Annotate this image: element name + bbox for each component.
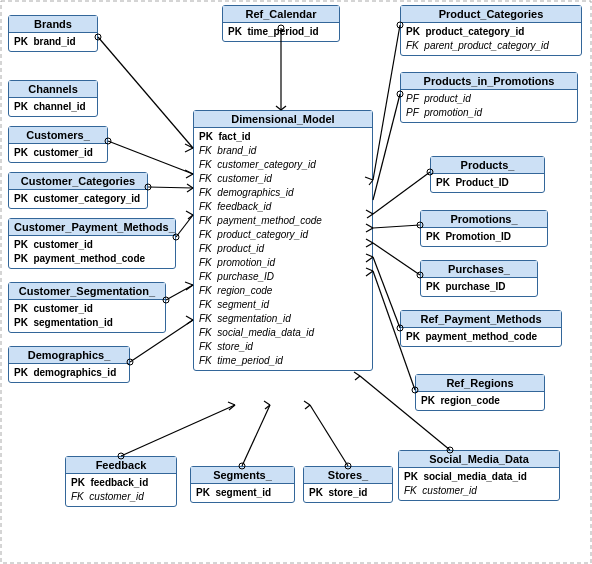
entity-social-media-data: Social_Media_Data PK social_media_data_i… [398,450,560,501]
entity-purchases-body: PK purchase_ID [421,278,537,296]
field: PK customer_id [14,238,170,252]
svg-line-0 [98,37,193,148]
erd-diagram: Brands PK brand_id Ref_Calendar PK time_… [0,0,592,564]
entity-channels-body: PK channel_id [9,98,97,116]
svg-line-8 [373,25,400,180]
field: FK region_code [199,284,367,298]
field: FK product_category_id [199,228,367,242]
entity-ref-calendar-body: PK time_period_id [223,23,339,41]
entity-customers-title: Customers_ [9,127,107,144]
entity-ref-payment-methods-title: Ref_Payment_Methods [401,311,561,328]
svg-line-69 [355,376,360,380]
field: PK Product_ID [436,176,539,190]
field: PK region_code [421,394,539,408]
svg-line-24 [166,285,193,300]
field: PK time_period_id [228,25,334,39]
entity-dimensional-model: Dimensional_Model PK fact_id FK brand_id… [193,110,373,371]
entity-segments-body: PK segment_id [191,484,294,502]
entity-product-categories-body: PK product_category_id FK parent_product… [401,23,581,55]
entity-ref-payment-methods: Ref_Payment_Methods PK payment_method_co… [400,310,562,347]
entity-feedback-title: Feedback [66,457,176,474]
entity-brands: Brands PK brand_id [8,15,98,52]
entity-customer-segmentation-body: PK customer_id PK segmentation_id [9,300,165,332]
entity-products-body: PK Product_ID [431,174,544,192]
entity-product-categories: Product_Categories PK product_category_i… [400,5,582,56]
svg-line-15 [186,174,193,178]
entity-demographics-title: Demographics_ [9,347,129,364]
field: PK social_media_data_id [404,470,554,484]
field: PK segment_id [196,486,289,500]
entity-demographics: Demographics_ PK demographics_id [8,346,130,383]
svg-line-34 [373,172,430,214]
field: FK customer_id [199,172,367,186]
entity-products-in-promotions-title: Products_in_Promotions [401,73,577,90]
entity-ref-calendar-title: Ref_Calendar [223,6,339,23]
svg-line-60 [264,401,270,405]
entity-products-in-promotions-body: PF product_id PF promotion_id [401,90,577,122]
entity-customers-body: PK customer_id [9,144,107,162]
svg-line-57 [229,405,235,410]
entity-feedback-body: PK feedback_id FK customer_id [66,474,176,506]
entity-segments: Segments_ PK segment_id [190,466,295,503]
entity-channels: Channels PK channel_id [8,80,98,117]
field: PK Promotion_ID [426,230,542,244]
entity-dimensional-model-title: Dimensional_Model [194,111,372,128]
entity-customer-categories: Customer_Categories PK customer_category… [8,172,148,209]
entity-brands-body: PK brand_id [9,33,97,51]
field: PF product_id [406,92,572,106]
svg-line-64 [304,401,310,405]
field: FK purchase_ID [199,270,367,284]
entity-customer-payment-methods-title: Customer_Payment_Methods_ [9,219,175,236]
entity-social-media-data-title: Social_Media_Data [399,451,559,468]
svg-line-65 [305,405,310,409]
field: PK customer_id [14,302,160,316]
entity-stores: Stores_ PK store_id [303,466,393,503]
field: FK customer_id [404,484,554,498]
field: PK segmentation_id [14,316,160,330]
svg-line-62 [310,405,348,466]
entity-promotions-body: PK Promotion_ID [421,228,547,246]
entity-customer-payment-methods-body: PK customer_id PK payment_method_code [9,236,175,268]
svg-line-20 [176,215,193,237]
entity-customer-payment-methods: Customer_Payment_Methods_ PK customer_id… [8,218,176,269]
field: PK product_category_id [406,25,576,39]
field: PK feedback_id [71,476,171,490]
entity-ref-payment-methods-body: PK payment_method_code [401,328,561,346]
entity-purchases: Purchases_ PK purchase_ID [420,260,538,297]
entity-channels-title: Channels [9,81,97,98]
svg-line-32 [373,94,400,200]
field: FK segmentation_id [199,312,367,326]
field: FK payment_method_code [199,214,367,228]
svg-line-46 [373,257,400,328]
field: PK fact_id [199,130,367,144]
field: PK customer_id [14,146,102,160]
field: FK demographics_id [199,186,367,200]
entity-customer-segmentation: Customer_Segmentation_ PK customer_id PK… [8,282,166,333]
entity-demographics-body: PK demographics_id [9,364,129,382]
field: PK brand_id [14,35,92,49]
field: FK customer_category_id [199,158,367,172]
entity-purchases-title: Purchases_ [421,261,537,278]
entity-customer-categories-body: PK customer_category_id [9,190,147,208]
svg-line-38 [373,225,420,228]
entity-brands-title: Brands [9,16,97,33]
svg-line-61 [265,405,270,409]
svg-line-30 [186,316,193,320]
field: PF promotion_id [406,106,572,120]
svg-line-22 [186,211,193,215]
entity-ref-regions-title: Ref_Regions [416,375,544,392]
entity-product-categories-title: Product_Categories [401,6,581,23]
field: FK time_period_id [199,354,367,368]
entity-social-media-data-body: PK social_media_data_id FK customer_id [399,468,559,500]
entity-promotions-title: Promotions_ [421,211,547,228]
entity-customer-segmentation-title: Customer_Segmentation_ [9,283,165,300]
svg-line-2 [185,148,193,152]
entity-ref-regions-body: PK region_code [416,392,544,410]
svg-line-26 [185,282,193,285]
field: PK customer_category_id [14,192,142,206]
svg-line-54 [121,405,235,456]
field: FK brand_id [199,144,367,158]
field: PK payment_method_code [14,252,170,266]
field: PK demographics_id [14,366,124,380]
field: FK customer_id [71,490,171,504]
